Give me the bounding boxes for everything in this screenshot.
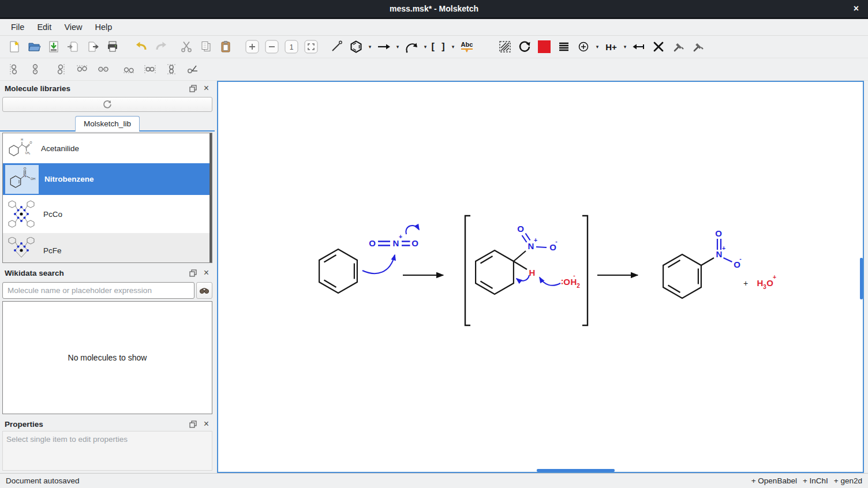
- window-title: mess.msk* - Molsketch: [390, 4, 478, 13]
- list-item-pcfe[interactable]: PcFe: [3, 233, 212, 263]
- align-bottom-button[interactable]: [121, 61, 137, 77]
- open-file-button[interactable]: [24, 38, 44, 55]
- print-button[interactable]: [103, 38, 122, 55]
- delete-x-icon: [652, 40, 665, 54]
- statusbar: Document autosaved + OpenBabel + InChI +…: [0, 473, 868, 488]
- reaction-arrow-tool-button[interactable]: [374, 38, 394, 55]
- svg-text:-: -: [739, 255, 742, 262]
- text-tool-button[interactable]: Abc ▼: [457, 38, 477, 55]
- hammer-icon: [691, 40, 705, 54]
- copy-button[interactable]: [196, 38, 216, 55]
- molecule-name: Acetanilide: [41, 144, 79, 153]
- mechanism-arrow-tool-button[interactable]: [402, 38, 421, 55]
- library-scrollbar[interactable]: [209, 133, 212, 262]
- list-item-acetanilide[interactable]: H O CH₃ Acetanilide: [3, 133, 212, 163]
- optimize-tool-button[interactable]: [668, 38, 688, 55]
- wikidata-close-button[interactable]: ×: [204, 268, 209, 278]
- clean-structure-tool-button[interactable]: [688, 38, 708, 55]
- align-vertical-center-button[interactable]: [27, 61, 43, 77]
- paste-button[interactable]: [216, 38, 235, 55]
- charge-tool-button[interactable]: [574, 38, 593, 55]
- zoom-out-button[interactable]: [262, 38, 282, 55]
- canvas-horizontal-scrollbar[interactable]: [537, 469, 615, 472]
- undo-button[interactable]: [132, 38, 151, 55]
- properties-float-button[interactable]: [189, 421, 197, 428]
- brackets-dropdown[interactable]: ▾: [449, 38, 457, 55]
- plugin-status: + OpenBabel + InChI + gen2d: [751, 476, 862, 485]
- menubar: File Edit View Help: [0, 19, 868, 36]
- detach-tool-button[interactable]: [629, 38, 649, 55]
- water-nucleophile[interactable]: O H 2 -: [562, 272, 580, 289]
- electron-arrow-no2-loop[interactable]: [406, 226, 419, 234]
- zoom-fit-button[interactable]: [301, 38, 321, 55]
- export-button[interactable]: [83, 38, 103, 55]
- hydrogen-icon: H+: [605, 42, 617, 52]
- paste-clipboard-icon: [219, 40, 233, 54]
- electron-arrow-ch-to-ring[interactable]: [517, 275, 529, 281]
- redo-button[interactable]: [151, 38, 171, 55]
- delete-tool-button[interactable]: [649, 38, 668, 55]
- canvas-vertical-scrollbar[interactable]: [860, 258, 863, 299]
- color-tool-button[interactable]: [534, 38, 554, 55]
- wikidata-search-input[interactable]: [2, 282, 194, 299]
- refresh-libraries-button[interactable]: [2, 97, 212, 112]
- svg-text:+: +: [534, 237, 537, 243]
- print-icon: [106, 40, 119, 54]
- distribute-horizontal-button[interactable]: [142, 61, 158, 77]
- rotate-tool-button[interactable]: [515, 38, 534, 55]
- intermediate-brackets[interactable]: [465, 216, 588, 325]
- wikidata-float-button[interactable]: [189, 269, 197, 277]
- distribute-vertical-icon: [165, 63, 178, 76]
- menu-view[interactable]: View: [58, 20, 88, 34]
- charge-dropdown[interactable]: ▾: [593, 38, 601, 55]
- ring-tool-button[interactable]: [346, 38, 366, 55]
- menu-edit[interactable]: Edit: [31, 20, 58, 34]
- electron-arrow-water-to-h[interactable]: [540, 277, 560, 286]
- hydronium-ion[interactable]: H 3 O +: [757, 273, 776, 290]
- menu-help[interactable]: Help: [89, 20, 119, 34]
- zoom-original-button[interactable]: 1: [282, 38, 301, 55]
- svg-text:O: O: [715, 228, 722, 238]
- brackets-tool-button[interactable]: [ ]: [429, 38, 449, 55]
- distribute-vertical-button[interactable]: [163, 61, 179, 77]
- wikidata-search-button[interactable]: [196, 282, 212, 299]
- align-horizontal-center-button[interactable]: [95, 61, 111, 77]
- mechanism-arrow-dropdown[interactable]: ▾: [421, 38, 429, 55]
- new-document-button[interactable]: ★: [5, 38, 24, 55]
- hydrogen-dropdown[interactable]: ▾: [621, 38, 629, 55]
- hydrogen-tool-button[interactable]: H+: [601, 38, 621, 55]
- list-item-pcco[interactable]: PcCo: [3, 195, 212, 233]
- cut-button[interactable]: [177, 38, 196, 55]
- draw-bond-tool-button[interactable]: [327, 38, 346, 55]
- window-close-button[interactable]: ×: [854, 2, 859, 15]
- properties-close-button[interactable]: ×: [204, 419, 209, 429]
- libraries-float-button[interactable]: [189, 85, 197, 92]
- float-window-icon: [189, 421, 197, 428]
- drawing-canvas[interactable]: O N + O: [217, 81, 864, 473]
- nitronium-ion[interactable]: O N + O: [369, 233, 418, 248]
- libraries-close-button[interactable]: ×: [204, 83, 209, 93]
- align-top-button[interactable]: [74, 61, 90, 77]
- import-button[interactable]: [63, 38, 83, 55]
- menu-file[interactable]: File: [5, 20, 31, 34]
- align-left-button[interactable]: [6, 61, 22, 77]
- tab-molsketch-lib[interactable]: Molsketch_lib: [75, 116, 140, 132]
- list-item-nitrobenzene[interactable]: N O OH Nitrobenzene: [3, 163, 212, 195]
- lasso-select-tool-button[interactable]: [495, 38, 515, 55]
- svg-text:★: ★: [14, 40, 20, 47]
- reaction-arrow-dropdown[interactable]: ▾: [394, 38, 402, 55]
- set-angle-button[interactable]: [185, 61, 201, 77]
- molecule-thumbnail: N O OH: [5, 165, 39, 194]
- molecule-name: PcFe: [43, 246, 62, 255]
- zoom-in-button[interactable]: [242, 38, 262, 55]
- ring-tool-dropdown[interactable]: ▾: [366, 38, 374, 55]
- line-width-tool-button[interactable]: [554, 38, 574, 55]
- electron-arrow-benzene-to-n[interactable]: [362, 255, 395, 273]
- align-horizontal-center-icon: [97, 63, 110, 76]
- nitrobenzene-product[interactable]: N + O O -: [663, 228, 742, 298]
- reactant-benzene[interactable]: [319, 249, 357, 293]
- properties-dock-title: Properties: [5, 420, 182, 429]
- save-button[interactable]: [44, 38, 63, 55]
- align-right-button[interactable]: [53, 61, 69, 77]
- zoom-original-icon: 1: [284, 39, 299, 54]
